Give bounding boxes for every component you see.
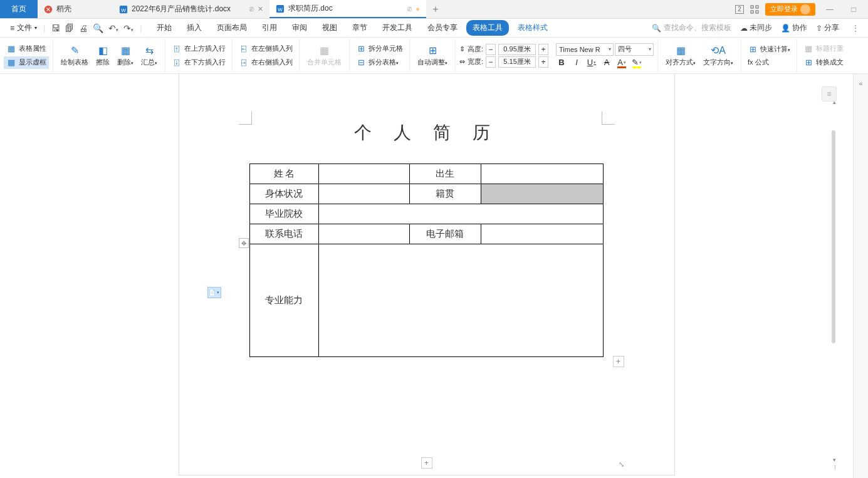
- insert-col-right-button[interactable]: ⍈在右侧插入列: [236, 56, 295, 69]
- window-arrange-icon[interactable]: 2: [735, 5, 744, 14]
- scroll-up-icon[interactable]: ▴: [830, 99, 838, 107]
- split-table-button[interactable]: ⊟拆分表格▾: [353, 56, 405, 69]
- convert-text-button[interactable]: ⊞转换成文: [801, 56, 846, 69]
- table-row[interactable]: 专业能力: [250, 244, 604, 357]
- rail-expand-icon[interactable]: «: [855, 78, 867, 89]
- new-tab-button[interactable]: +: [426, 0, 445, 18]
- tab-chapter[interactable]: 章节: [346, 20, 374, 36]
- cell-birth-label[interactable]: 出生: [409, 164, 481, 184]
- tab-devtools[interactable]: 开发工具: [376, 20, 419, 36]
- tab-doc1[interactable]: W 2022年6月产品销售统计.docx ⎚ ✕: [113, 0, 269, 18]
- auto-adjust-button[interactable]: ⊞自动调整▾: [414, 39, 451, 72]
- cell-health-value[interactable]: [318, 184, 409, 204]
- file-menu-button[interactable]: ≡ 文件 ▾: [5, 21, 42, 35]
- print-icon[interactable]: 🖨: [79, 23, 88, 33]
- table-resize-handle[interactable]: ⤡: [619, 460, 624, 469]
- table-add-column-handle[interactable]: +: [613, 356, 624, 367]
- command-search[interactable]: 🔍 查找命令、搜索模板: [652, 23, 731, 33]
- table-row[interactable]: 毕业院校: [250, 204, 604, 224]
- cell-ability-label[interactable]: 专业能力: [250, 244, 319, 357]
- tab-doc2-active[interactable]: W 求职简历.doc ⎚ ●: [269, 0, 426, 18]
- cell-phone-value[interactable]: [318, 224, 409, 244]
- cell-name-value[interactable]: [318, 164, 409, 184]
- page-1[interactable]: 个 人 简 历 ✥ 📄 姓 名 出生 身体状况 籍贯 毕业院校: [179, 74, 674, 475]
- login-button[interactable]: 立即登录: [765, 3, 815, 16]
- coop-button[interactable]: 👤 协作: [781, 23, 807, 33]
- align-button[interactable]: ▦对齐方式▾: [662, 39, 699, 72]
- table-properties-button[interactable]: ▦表格属性: [4, 43, 49, 55]
- undo-icon[interactable]: ↶▾: [108, 23, 118, 33]
- tab-member[interactable]: 会员专享: [421, 20, 464, 36]
- cell-school-value[interactable]: [318, 204, 603, 224]
- tab-review[interactable]: 审阅: [286, 20, 313, 36]
- tab-view[interactable]: 视图: [316, 20, 343, 36]
- scrollbar-thumb[interactable]: [832, 130, 835, 343]
- tab-reference[interactable]: 引用: [256, 20, 283, 36]
- tab-table-style[interactable]: 表格样式: [511, 20, 554, 36]
- paragraph-side-tag[interactable]: 📄: [207, 287, 221, 298]
- underline-button[interactable]: U▾: [586, 57, 597, 68]
- save-icon[interactable]: 🖫: [51, 23, 60, 33]
- insert-row-below-button[interactable]: ⍗在下方插入行: [169, 56, 228, 69]
- apps-grid-icon[interactable]: [749, 4, 760, 15]
- strike-button[interactable]: A: [601, 57, 612, 68]
- summary-button[interactable]: ⇆汇总▾: [137, 39, 161, 72]
- eraser-button[interactable]: ◧擦除: [92, 39, 113, 72]
- table-move-handle[interactable]: ✥: [239, 238, 249, 248]
- font-color-button[interactable]: A▾: [616, 57, 627, 68]
- show-frame-button[interactable]: ▦显示虚框: [4, 56, 49, 69]
- width-minus[interactable]: −: [486, 56, 496, 68]
- minimize-button[interactable]: —: [820, 5, 839, 14]
- share-button[interactable]: ⇪ 分享: [816, 23, 839, 33]
- cell-origin-label[interactable]: 籍贯: [409, 184, 481, 204]
- table-add-row-handle[interactable]: +: [421, 457, 432, 469]
- highlight-button[interactable]: ✎▾: [631, 57, 642, 68]
- tab-start[interactable]: 开始: [150, 20, 178, 36]
- table-row[interactable]: 姓 名 出生: [250, 164, 604, 184]
- cell-name-label[interactable]: 姓 名: [250, 164, 319, 184]
- insert-row-above-button[interactable]: ⍐在上方插入行: [169, 43, 228, 55]
- title-row-repeat-button[interactable]: ▦标题行重: [801, 43, 846, 55]
- text-direction-button[interactable]: ⟲A文字方向▾: [699, 39, 737, 72]
- height-plus[interactable]: +: [538, 44, 548, 55]
- document-title[interactable]: 个 人 简 历: [242, 121, 612, 145]
- cell-ability-value[interactable]: [318, 244, 603, 357]
- save-as-icon[interactable]: 🗐: [65, 23, 74, 33]
- font-name-select[interactable]: Times New R: [556, 43, 614, 56]
- cell-school-label[interactable]: 毕业院校: [250, 204, 319, 224]
- scroll-down-icon[interactable]: ▾: [830, 457, 838, 464]
- more-menu[interactable]: ⋮: [848, 24, 863, 33]
- resume-table[interactable]: 姓 名 出生 身体状况 籍贯 毕业院校 联系电话: [249, 164, 604, 357]
- tab-home[interactable]: 首页: [0, 0, 38, 18]
- maximize-button[interactable]: □: [844, 5, 863, 14]
- formula-button[interactable]: fx 公式: [745, 56, 793, 68]
- table-row[interactable]: 联系电话 电子邮箱: [250, 224, 604, 244]
- width-plus[interactable]: +: [538, 56, 548, 68]
- cell-phone-label[interactable]: 联系电话: [250, 224, 319, 244]
- vertical-scrollbar[interactable]: ▴ ▾ ⁝: [832, 99, 837, 472]
- insert-col-left-button[interactable]: ⍇在左侧插入列: [236, 43, 295, 55]
- quick-calc-button[interactable]: ⊞快速计算▾: [745, 43, 793, 55]
- tab-pagelayout[interactable]: 页面布局: [211, 20, 253, 36]
- height-input[interactable]: 0.95厘米: [498, 44, 536, 55]
- draw-table-button[interactable]: ✎绘制表格: [57, 39, 92, 72]
- document-scroll[interactable]: 个 人 简 历 ✥ 📄 姓 名 出生 身体状况 籍贯 毕业院校: [0, 74, 853, 478]
- cell-health-label[interactable]: 身体状况: [250, 184, 319, 204]
- scroll-options-icon[interactable]: ⁝: [830, 464, 838, 472]
- italic-button[interactable]: I: [571, 57, 582, 68]
- width-input[interactable]: 5.15厘米: [498, 56, 536, 68]
- cell-origin-value-selected[interactable]: [481, 184, 604, 204]
- unsync-button[interactable]: ☁ 未同步: [740, 23, 772, 33]
- tab-daoke[interactable]: 稻壳: [38, 0, 113, 18]
- height-minus[interactable]: −: [486, 44, 496, 55]
- cell-email-label[interactable]: 电子邮箱: [409, 224, 481, 244]
- table-row[interactable]: 身体状况 籍贯: [250, 184, 604, 204]
- tab-insert[interactable]: 插入: [180, 20, 208, 36]
- bold-button[interactable]: B: [556, 57, 567, 68]
- redo-icon[interactable]: ↷▾: [123, 23, 133, 33]
- cell-email-value[interactable]: [481, 224, 604, 244]
- print-preview-icon[interactable]: 🔍: [93, 23, 103, 33]
- close-tab-icon[interactable]: ✕: [258, 5, 263, 13]
- cell-birth-value[interactable]: [481, 164, 604, 184]
- split-cells-button[interactable]: ⊞拆分单元格: [353, 43, 405, 55]
